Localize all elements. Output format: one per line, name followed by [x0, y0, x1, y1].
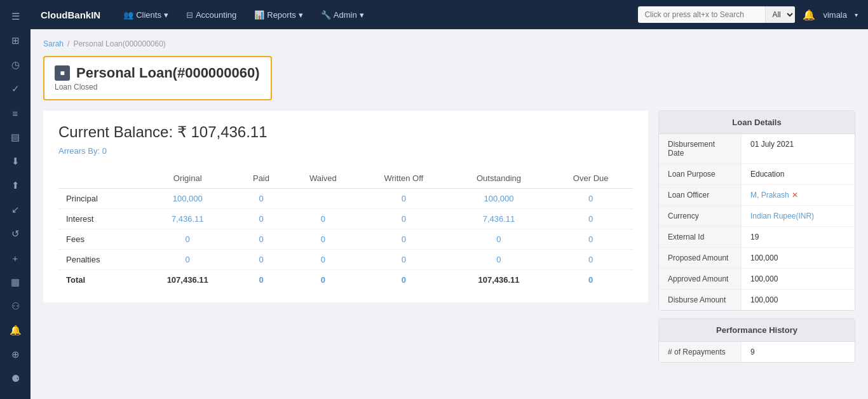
panel-value: 01 July 2021	[742, 134, 855, 163]
admin-icon: 🔧	[321, 10, 331, 20]
loan-type-icon: ■	[55, 65, 70, 81]
bell-notification-icon[interactable]: 🔔	[803, 9, 815, 21]
right-panel: Loan Details Disbursement Date01 July 20…	[658, 111, 855, 370]
loan-status-badge: Loan Closed	[55, 83, 261, 91]
summary-section: Current Balance: ₹ 107,436.11 Arrears By…	[43, 111, 648, 302]
nav-accounting[interactable]: ⊟ Accounting	[179, 6, 244, 24]
loan-detail-row: Disburse Amount100,000	[659, 290, 855, 310]
table-row: Fees000000	[58, 229, 633, 250]
user-name[interactable]: vimala	[823, 10, 847, 20]
table-row: Interest7,436.110007,436.110	[58, 209, 633, 229]
tasks-icon[interactable]: ✓	[3, 78, 28, 100]
page-header: ■ Personal Loan(#000000060) Loan Closed	[43, 56, 272, 100]
panel-value-link[interactable]: M, Prakash	[750, 191, 789, 200]
main-content: Current Balance: ₹ 107,436.11 Arrears By…	[43, 111, 855, 370]
dashboard-icon[interactable]: ⊞	[3, 29, 28, 52]
panel-value: 9	[742, 342, 855, 362]
refresh-icon[interactable]: ↺	[3, 222, 28, 245]
breadcrumb: Sarah / Personal Loan(000000060)	[43, 39, 855, 48]
panel-value: Indian Rupee(INR)	[742, 206, 855, 226]
col-header-over-due: Over Due	[548, 168, 633, 189]
panel-value: 19	[742, 227, 855, 247]
breadcrumb-parent[interactable]: Sarah	[43, 39, 64, 48]
panel-label: Loan Purpose	[659, 164, 742, 184]
nav-admin[interactable]: 🔧 Admin ▾	[313, 6, 372, 24]
reports-icon: 📊	[254, 10, 264, 20]
loan-detail-row: Loan OfficerM, Prakash✕	[659, 185, 855, 206]
page-title: Personal Loan(#000000060)	[76, 65, 260, 81]
panel-label: Disburse Amount	[659, 290, 742, 310]
content-area: Sarah / Personal Loan(000000060) ■ Perso…	[31, 29, 868, 399]
remove-icon[interactable]: ✕	[792, 191, 798, 200]
arrears-value: 0	[102, 146, 107, 156]
users-icon[interactable]: ⚈	[3, 367, 28, 390]
clients-caret: ▾	[164, 10, 168, 20]
table-row: Principal100,00000100,0000	[58, 189, 633, 209]
group-icon[interactable]: ⚇	[3, 295, 28, 318]
col-header-original: Original	[140, 168, 234, 189]
arrears-label: Arrears By:	[58, 146, 100, 156]
panel-label: Currency	[659, 206, 742, 226]
performance-row: # of Repayments9	[659, 342, 855, 362]
navbar: CloudBankIN 👥 Clients ▾ ⊟ Accounting 📊 R…	[31, 0, 868, 29]
admin-caret: ▾	[360, 10, 364, 20]
accounting-icon: ⊟	[186, 10, 193, 20]
page-title-row: ■ Personal Loan(#000000060)	[55, 65, 261, 81]
summary-table: Original Paid Waived Written Off Outstan…	[58, 168, 633, 290]
left-content: Current Balance: ₹ 107,436.11 Arrears By…	[43, 111, 648, 302]
loan-detail-row: CurrencyIndian Rupee(INR)	[659, 206, 855, 227]
table-icon[interactable]: ▤	[3, 126, 28, 149]
user-add-icon[interactable]: ⊕	[3, 343, 28, 366]
panel-value-link[interactable]: Indian Rupee(INR)	[750, 212, 814, 220]
nav-menu: 👥 Clients ▾ ⊟ Accounting 📊 Reports ▾ 🔧 A…	[116, 6, 638, 24]
performance-history-card: Performance History # of Repayments9	[658, 318, 855, 363]
upload-icon[interactable]: ⬆	[3, 174, 28, 197]
breadcrumb-separator: /	[67, 39, 69, 48]
hamburger-icon[interactable]: ☰	[3, 5, 28, 28]
panel-label: External Id	[659, 227, 742, 247]
current-balance: Current Balance: ₹ 107,436.11	[58, 123, 633, 141]
col-header-written-off: Written Off	[358, 168, 449, 189]
recent-icon[interactable]: ◷	[3, 53, 28, 76]
panel-value: 100,000	[742, 290, 855, 310]
arrears-by: Arrears By: 0	[58, 146, 633, 156]
panel-label: Approved Amount	[659, 269, 742, 289]
col-header-paid: Paid	[234, 168, 287, 189]
loan-details-header: Loan Details	[659, 111, 855, 134]
col-header-waived: Waived	[288, 168, 358, 189]
search-box: All	[638, 6, 795, 23]
clients-icon: 👥	[123, 10, 133, 20]
search-input[interactable]	[638, 7, 765, 22]
panel-label: Loan Officer	[659, 185, 742, 205]
performance-history-header: Performance History	[659, 319, 855, 342]
nav-reports[interactable]: 📊 Reports ▾	[247, 6, 311, 24]
current-balance-label: Current Balance:	[58, 123, 173, 140]
folder-icon[interactable]: ▦	[3, 271, 28, 294]
panel-value: 100,000	[742, 269, 855, 289]
breadcrumb-current: Personal Loan(000000060)	[73, 39, 165, 48]
icon-sidebar: ☰ ⊞ ◷ ✓ ≡ ▤ ⬇ ⬆ ↙ ↺ + ▦ ⚇ 🔔 ⊕ ⚈	[0, 0, 31, 399]
loan-details-card: Loan Details Disbursement Date01 July 20…	[658, 111, 855, 311]
nav-clients[interactable]: 👥 Clients ▾	[116, 6, 176, 24]
panel-value: M, Prakash✕	[742, 185, 855, 205]
loan-detail-row: External Id19	[659, 227, 855, 248]
notification-icon[interactable]: 🔔	[3, 319, 28, 342]
loan-detail-row: Approved Amount100,000	[659, 269, 855, 290]
download-icon[interactable]: ⬇	[3, 150, 28, 173]
col-header-outstanding: Outstanding	[449, 168, 549, 189]
loan-detail-row: Proposed Amount100,000	[659, 248, 855, 269]
main-wrapper: CloudBankIN 👥 Clients ▾ ⊟ Accounting 📊 R…	[31, 0, 868, 399]
col-header-item	[58, 168, 140, 189]
panel-label: Proposed Amount	[659, 248, 742, 268]
add-icon[interactable]: +	[3, 247, 28, 269]
import-icon[interactable]: ↙	[3, 198, 28, 221]
brand-logo[interactable]: CloudBankIN	[41, 10, 100, 20]
list-icon[interactable]: ≡	[3, 102, 28, 125]
table-row: Penalties000000	[58, 250, 633, 270]
reports-caret: ▾	[299, 10, 303, 20]
current-balance-value: 107,436.11	[191, 123, 267, 140]
user-caret-icon: ▾	[855, 11, 858, 18]
panel-value: Education	[742, 164, 855, 184]
panel-label: # of Repayments	[659, 342, 742, 362]
search-filter[interactable]: All	[765, 6, 795, 23]
